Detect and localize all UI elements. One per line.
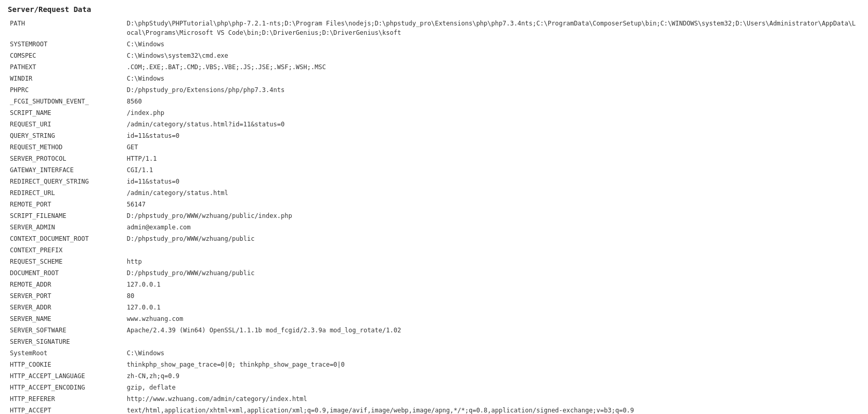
row-key: CONTEXT_DOCUMENT_ROOT — [8, 233, 125, 244]
row-value: D:/phpstudy_pro/Extensions/php/php7.3.4n… — [125, 84, 860, 96]
row-key: REQUEST_URI — [8, 119, 125, 130]
table-row: PHPRCD:/phpstudy_pro/Extensions/php/php7… — [8, 84, 860, 96]
table-row: REDIRECT_URL/admin/category/status.html — [8, 187, 860, 199]
row-value: Apache/2.4.39 (Win64) OpenSSL/1.1.1b mod… — [125, 325, 860, 336]
table-row: QUERY_STRINGid=11&status=0 — [8, 130, 860, 141]
table-row: REMOTE_ADDR127.0.0.1 — [8, 279, 860, 290]
row-value: 80 — [125, 290, 860, 302]
row-key: HTTP_COOKIE — [8, 359, 125, 370]
row-value: http://www.wzhuang.com/admin/category/in… — [125, 393, 860, 405]
row-value: C:\Windows — [125, 347, 860, 359]
table-row: PATHD:\phpStudy\PHPTutorial\php\php-7.2.… — [8, 18, 860, 38]
table-row: SCRIPT_NAME/index.php — [8, 107, 860, 119]
table-row: SYSTEMROOTC:\Windows — [8, 38, 860, 50]
table-row: REMOTE_PORT56147 — [8, 199, 860, 210]
row-value: /admin/category/status.html?id=11&status… — [125, 119, 860, 130]
table-row: SERVER_PROTOCOLHTTP/1.1 — [8, 153, 860, 164]
row-value: 8560 — [125, 96, 860, 107]
table-row: SERVER_SOFTWAREApache/2.4.39 (Win64) Ope… — [8, 325, 860, 336]
row-key: SystemRoot — [8, 347, 125, 359]
table-row: PATHEXT.COM;.EXE;.BAT;.CMD;.VBS;.VBE;.JS… — [8, 61, 860, 73]
row-value: D:/phpstudy_pro/WWW/wzhuang/public — [125, 233, 860, 244]
row-key: PATHEXT — [8, 61, 125, 73]
row-value: www.wzhuang.com — [125, 313, 860, 325]
row-value: D:/phpstudy_pro/WWW/wzhuang/public/index… — [125, 210, 860, 222]
table-row: HTTP_ACCEPT_LANGUAGEzh-CN,zh;q=0.9 — [8, 370, 860, 382]
row-value: GET — [125, 141, 860, 153]
row-key: HTTP_REFERER — [8, 393, 125, 405]
table-row: SERVER_PORT80 — [8, 290, 860, 302]
row-value: 127.0.0.1 — [125, 302, 860, 313]
table-row: HTTP_REFERERhttp://www.wzhuang.com/admin… — [8, 393, 860, 405]
table-row: SERVER_NAMEwww.wzhuang.com — [8, 313, 860, 325]
table-row: SERVER_SIGNATURE — [8, 336, 860, 347]
row-key: REQUEST_METHOD — [8, 141, 125, 153]
table-row: REQUEST_SCHEMEhttp — [8, 256, 860, 267]
row-value — [125, 336, 860, 347]
row-key: SCRIPT_NAME — [8, 107, 125, 119]
table-row: REQUEST_URI/admin/category/status.html?i… — [8, 119, 860, 130]
table-row: SERVER_ADMINadmin@example.com — [8, 222, 860, 233]
row-value: thinkphp_show_page_trace=0|0; thinkphp_s… — [125, 359, 860, 370]
table-row: SystemRootC:\Windows — [8, 347, 860, 359]
row-key: SERVER_SOFTWARE — [8, 325, 125, 336]
row-key: _FCGI_SHUTDOWN_EVENT_ — [8, 96, 125, 107]
row-value: C:\Windows — [125, 73, 860, 84]
row-value: C:\Windows — [125, 38, 860, 50]
row-value: gzip, deflate — [125, 382, 860, 393]
row-key: SERVER_PORT — [8, 290, 125, 302]
row-key: PATH — [8, 18, 125, 38]
row-key: SERVER_PROTOCOL — [8, 153, 125, 164]
row-key: SERVER_NAME — [8, 313, 125, 325]
row-value: D:\phpStudy\PHPTutorial\php\php-7.2.1-nt… — [125, 18, 860, 38]
table-row: HTTP_ACCEPTtext/html,application/xhtml+x… — [8, 405, 860, 414]
row-value: id=11&status=0 — [125, 176, 860, 187]
row-value: admin@example.com — [125, 222, 860, 233]
table-row: HTTP_ACCEPT_ENCODINGgzip, deflate — [8, 382, 860, 393]
page-title: Server/Request Data — [8, 5, 860, 14]
row-value: text/html,application/xhtml+xml,applicat… — [125, 405, 860, 414]
table-row: CONTEXT_DOCUMENT_ROOTD:/phpstudy_pro/WWW… — [8, 233, 860, 244]
table-row: REQUEST_METHODGET — [8, 141, 860, 153]
row-key: REDIRECT_QUERY_STRING — [8, 176, 125, 187]
row-value: /admin/category/status.html — [125, 187, 860, 199]
row-key: SCRIPT_FILENAME — [8, 210, 125, 222]
row-key: HTTP_ACCEPT_LANGUAGE — [8, 370, 125, 382]
table-row: SERVER_ADDR127.0.0.1 — [8, 302, 860, 313]
row-key: GATEWAY_INTERFACE — [8, 164, 125, 176]
row-value: CGI/1.1 — [125, 164, 860, 176]
row-value: 56147 — [125, 199, 860, 210]
row-key: WINDIR — [8, 73, 125, 84]
row-key: HTTP_ACCEPT — [8, 405, 125, 414]
row-value: 127.0.0.1 — [125, 279, 860, 290]
row-value: HTTP/1.1 — [125, 153, 860, 164]
table-row: DOCUMENT_ROOTD:/phpstudy_pro/WWW/wzhuang… — [8, 267, 860, 279]
row-value: D:/phpstudy_pro/WWW/wzhuang/public — [125, 267, 860, 279]
row-key: PHPRC — [8, 84, 125, 96]
row-value: zh-CN,zh;q=0.9 — [125, 370, 860, 382]
row-value: C:\Windows\system32\cmd.exe — [125, 50, 860, 61]
row-key: HTTP_ACCEPT_ENCODING — [8, 382, 125, 393]
row-value: .COM;.EXE;.BAT;.CMD;.VBS;.VBE;.JS;.JSE;.… — [125, 61, 860, 73]
row-key: CONTEXT_PREFIX — [8, 244, 125, 256]
row-value: /index.php — [125, 107, 860, 119]
row-key: REMOTE_PORT — [8, 199, 125, 210]
row-key: DOCUMENT_ROOT — [8, 267, 125, 279]
row-value — [125, 244, 860, 256]
row-key: COMSPEC — [8, 50, 125, 61]
table-row: HTTP_COOKIEthinkphp_show_page_trace=0|0;… — [8, 359, 860, 370]
table-row: WINDIRC:\Windows — [8, 73, 860, 84]
row-key: SERVER_ADDR — [8, 302, 125, 313]
row-key: SERVER_ADMIN — [8, 222, 125, 233]
table-row: COMSPECC:\Windows\system32\cmd.exe — [8, 50, 860, 61]
table-row: REDIRECT_QUERY_STRINGid=11&status=0 — [8, 176, 860, 187]
row-key: REQUEST_SCHEME — [8, 256, 125, 267]
row-key: QUERY_STRING — [8, 130, 125, 141]
row-key: SERVER_SIGNATURE — [8, 336, 125, 347]
row-value: id=11&status=0 — [125, 130, 860, 141]
table-row: GATEWAY_INTERFACECGI/1.1 — [8, 164, 860, 176]
table-row: CONTEXT_PREFIX — [8, 244, 860, 256]
row-key: REDIRECT_URL — [8, 187, 125, 199]
table-row: _FCGI_SHUTDOWN_EVENT_8560 — [8, 96, 860, 107]
table-row: SCRIPT_FILENAMED:/phpstudy_pro/WWW/wzhua… — [8, 210, 860, 222]
